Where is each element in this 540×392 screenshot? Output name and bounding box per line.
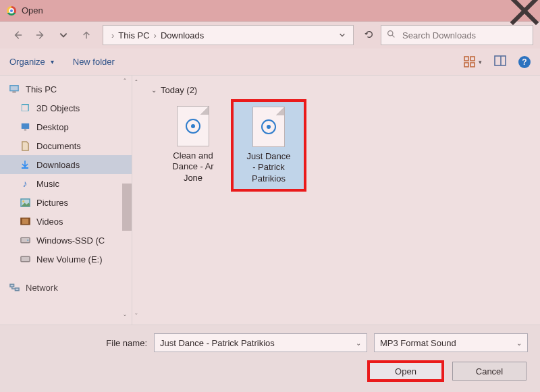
svg-point-1 [388, 31, 393, 36]
file-name: Just Dance - Patrick Patrikios [236, 151, 302, 184]
navigation-tree[interactable]: ˆ This PC ❒ 3D Objects Desktop Documents [0, 76, 132, 325]
svg-rect-5 [470, 63, 475, 67]
window-title: Open [22, 5, 43, 16]
svg-rect-4 [464, 63, 468, 67]
drive-icon [19, 256, 31, 262]
tree-item-documents[interactable]: Documents [0, 136, 132, 155]
view-tiles-icon [464, 56, 476, 68]
chrome-icon [7, 6, 16, 16]
svg-rect-6 [495, 56, 506, 65]
svg-rect-9 [12, 92, 16, 93]
recent-locations-button[interactable] [53, 26, 74, 45]
tree-item-pictures[interactable]: Pictures [0, 193, 132, 212]
tree-item-windows-ssd[interactable]: Windows-SSD (C [0, 231, 132, 250]
arrow-up-icon [82, 30, 91, 40]
desktop-icon [19, 123, 31, 132]
view-mode-button[interactable]: ▾ [464, 56, 482, 68]
svg-rect-10 [21, 123, 28, 128]
up-button[interactable] [76, 26, 97, 45]
picture-icon [19, 198, 31, 207]
close-icon [509, 0, 540, 26]
new-folder-button[interactable]: New folder [73, 57, 115, 67]
svg-rect-15 [20, 218, 29, 224]
tree-item-desktop[interactable]: Desktop [0, 117, 132, 136]
scroll-up-icon[interactable]: ˆ [119, 78, 130, 86]
refresh-icon [364, 30, 374, 39]
svg-rect-17 [28, 218, 30, 224]
svg-rect-2 [464, 57, 468, 61]
group-header-today[interactable]: ⌄ Today (2) [151, 85, 531, 95]
tree-root-label: This PC [26, 84, 57, 94]
music-icon: ♪ [19, 178, 31, 189]
search-box[interactable] [381, 25, 533, 45]
file-list[interactable]: ˆ ⌄ Today (2) Clean and Dance - Ar Jone … [132, 76, 540, 325]
svg-rect-8 [10, 86, 18, 91]
preview-pane-icon [494, 55, 506, 67]
group-label: Today (2) [161, 85, 197, 95]
refresh-button[interactable] [359, 30, 379, 41]
scroll-up-icon[interactable]: ˆ [131, 80, 142, 87]
main-area: ˆ This PC ❒ 3D Objects Desktop Documents [0, 76, 540, 325]
tree-root-this-pc[interactable]: This PC [0, 80, 132, 99]
svg-point-14 [22, 200, 24, 202]
organize-menu[interactable]: Organize [9, 57, 45, 67]
file-thumb-icon [177, 106, 209, 146]
document-icon [19, 141, 31, 151]
tree-item-network[interactable]: Network [0, 278, 132, 297]
chevron-down-icon: ⌄ [356, 339, 361, 347]
search-input[interactable] [401, 30, 527, 41]
tree-scrollbar-thumb[interactable] [122, 184, 132, 231]
svg-rect-3 [470, 57, 475, 61]
forward-button[interactable] [30, 26, 51, 45]
pc-icon [8, 84, 20, 94]
file-thumb-icon [252, 107, 285, 147]
bottom-panel: File name: Just Dance - Patrick Patrikio… [0, 325, 540, 392]
svg-rect-16 [20, 218, 22, 224]
chevron-down-icon: ⌄ [516, 339, 522, 347]
arrow-left-icon [13, 30, 22, 40]
close-button[interactable] [509, 0, 540, 22]
tree-item-3d-objects[interactable]: ❒ 3D Objects [0, 99, 132, 117]
network-icon [8, 283, 20, 291]
svg-rect-22 [15, 288, 19, 291]
drive-icon [19, 237, 31, 244]
nav-row: › This PC › Downloads [0, 22, 540, 49]
address-bar[interactable]: › This PC › Downloads [103, 25, 354, 45]
breadcrumb-root[interactable]: This PC [114, 30, 153, 40]
tree-item-new-volume[interactable]: New Volume (E:) [0, 250, 132, 269]
filename-label: File name: [12, 338, 147, 348]
download-icon [19, 160, 31, 169]
chevron-down-icon [59, 30, 68, 40]
file-item-selected[interactable]: Just Dance - Patrick Patrikios [232, 101, 305, 190]
svg-rect-12 [22, 167, 28, 169]
filename-combobox[interactable]: Just Dance - Patrick Patrikios ⌄ [154, 333, 367, 352]
help-button[interactable]: ? [518, 56, 531, 68]
cancel-button[interactable]: Cancel [452, 362, 526, 381]
file-name: Clean and Dance - Ar Jone [159, 150, 227, 184]
filetype-value: MP3 Format Sound [380, 338, 516, 348]
tree-item-music[interactable]: ♪ Music [0, 174, 132, 193]
tree-item-downloads[interactable]: Downloads [0, 155, 132, 174]
video-icon [19, 217, 31, 225]
chevron-down-icon [339, 32, 346, 38]
cube-icon: ❒ [19, 103, 31, 113]
svg-rect-21 [9, 284, 14, 287]
filetype-combobox[interactable]: MP3 Format Sound ⌄ [374, 333, 528, 352]
breadcrumb-current[interactable]: Downloads [157, 30, 208, 40]
back-button[interactable] [7, 26, 28, 45]
svg-rect-11 [24, 129, 26, 130]
svg-point-19 [27, 240, 28, 241]
svg-rect-20 [20, 256, 29, 262]
open-button[interactable]: Open [369, 362, 443, 381]
file-item[interactable]: Clean and Dance - Ar Jone [157, 101, 230, 190]
toolbar: Organize ▾ New folder ▾ ? [0, 49, 540, 76]
scroll-down-icon[interactable]: ˇ [131, 313, 142, 320]
titlebar: Open [0, 0, 540, 22]
arrow-right-icon [36, 30, 45, 40]
address-dropdown[interactable] [334, 30, 350, 40]
search-icon [387, 30, 396, 40]
tree-item-videos[interactable]: Videos [0, 212, 132, 231]
preview-pane-button[interactable] [494, 55, 506, 69]
scroll-down-icon[interactable]: ˇ [119, 314, 130, 322]
caret-down-icon: ▾ [51, 58, 54, 65]
